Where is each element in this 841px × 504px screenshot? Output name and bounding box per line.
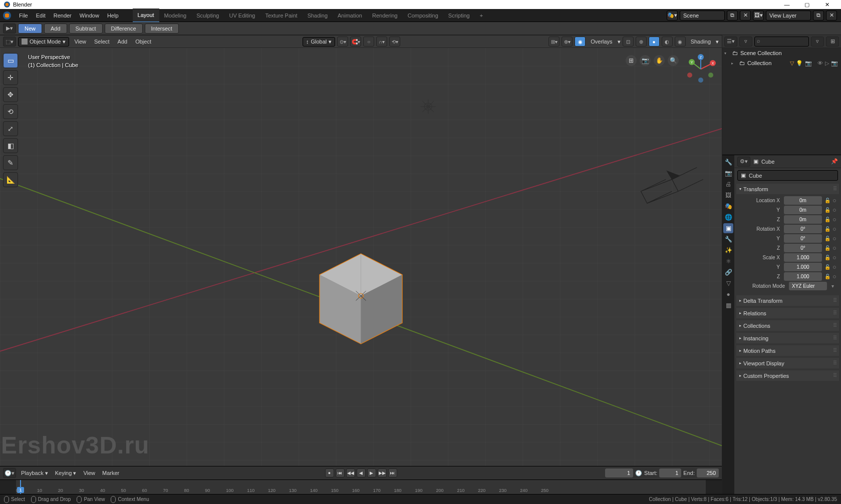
navigation-gizmo[interactable]: X Y Z	[686, 54, 716, 84]
lock-icon[interactable]: 🔓	[824, 197, 831, 204]
lock-icon[interactable]: 🔓	[824, 264, 831, 271]
lock-icon[interactable]: 🔓	[824, 226, 831, 233]
viewport-menu-add[interactable]: Add	[115, 39, 131, 45]
minimize-button[interactable]: —	[777, 2, 797, 8]
scale-z-input[interactable]	[784, 272, 822, 281]
location-x-input[interactable]	[784, 196, 822, 205]
viewport-menu-object[interactable]: Object	[132, 39, 154, 45]
menu-window[interactable]: Window	[76, 9, 103, 22]
render-toggle-icon[interactable]: 📷	[831, 60, 838, 67]
timeline-playback-menu[interactable]: Playback ▾	[19, 470, 50, 476]
toggle-camera-icon[interactable]: 📷	[640, 55, 651, 66]
viewport-menu-view[interactable]: View	[71, 39, 89, 45]
end-frame-input[interactable]	[697, 468, 719, 477]
keyframe-dot[interactable]	[833, 237, 836, 240]
scene-name-input[interactable]	[680, 11, 725, 21]
tab-texture[interactable]: ▦	[723, 300, 733, 310]
tool-scale[interactable]: ⤢	[3, 121, 18, 136]
panel-custom-properties[interactable]: ▸Custom Properties⠿	[736, 370, 839, 381]
gizmo-toggle-icon[interactable]: ⊕▾	[562, 37, 573, 47]
tool-measure[interactable]: 📐	[3, 172, 18, 187]
rotation-mode-select[interactable]	[789, 282, 827, 290]
object-types-visibility-icon[interactable]: ⊞▾	[548, 37, 559, 47]
zoom-view-icon[interactable]: 🔍	[668, 55, 679, 66]
scale-x-input[interactable]	[784, 253, 822, 262]
outliner-scene-collection[interactable]: ▾🗀 Scene Collection	[722, 48, 841, 58]
keyframe-dot[interactable]	[833, 266, 836, 269]
viewport-3d[interactable]: User Perspective (1) Collection | Cube ▭…	[0, 48, 722, 466]
location-z-input[interactable]	[784, 215, 822, 224]
lock-icon[interactable]: 🔓	[824, 254, 831, 261]
keyframe-dot[interactable]	[833, 199, 836, 202]
tab-data[interactable]: ▽	[723, 278, 733, 288]
tab-scene[interactable]: 🎭	[723, 201, 733, 211]
tool-move[interactable]: ✥	[3, 87, 18, 102]
play-reverse-icon[interactable]: ◀	[357, 468, 366, 477]
tool-annotate[interactable]: ✎	[3, 155, 18, 170]
pivot-point-icon[interactable]: ⊙▾	[337, 37, 348, 47]
tool-transform[interactable]: ◧	[3, 138, 18, 153]
outliner-new-collection-icon[interactable]: ⊞	[826, 37, 839, 47]
camera-view-icon[interactable]: ⊞	[626, 55, 637, 66]
tab-viewlayer[interactable]: 🖼	[723, 190, 733, 200]
timeline-editor-type-icon[interactable]: 🕐▾	[3, 468, 16, 478]
outliner-collection[interactable]: ▸🗀 Collection ▽💡📷 👁▷📷	[722, 58, 841, 68]
snap-toggle-icon[interactable]: 🧲▾	[350, 37, 361, 47]
xray-toggle-icon[interactable]: ⊡	[623, 37, 634, 47]
properties-editor-type-icon[interactable]: ⚙▾	[737, 157, 750, 167]
shading-wireframe-icon[interactable]: ⊕	[636, 37, 647, 47]
tab-tool[interactable]: 🔧	[723, 157, 733, 167]
tab-texture-paint[interactable]: Texture Paint	[260, 9, 302, 22]
tab-sculpting[interactable]: Sculpting	[191, 9, 224, 22]
orientation-select[interactable]: ↕ Global ▾	[303, 37, 335, 47]
object-name-field[interactable]: ▣ Cube	[737, 170, 838, 181]
rotation-x-input[interactable]	[784, 225, 822, 233]
lock-icon[interactable]: 🔓	[824, 207, 831, 214]
autokey-icon[interactable]: ●	[325, 468, 334, 477]
keyframe-dot[interactable]	[833, 218, 836, 221]
timeline-view-menu[interactable]: View	[81, 470, 97, 476]
shading-solid-icon[interactable]: ●	[649, 37, 660, 47]
jump-next-key-icon[interactable]: ▶▶	[378, 468, 387, 477]
proportional-falloff-icon[interactable]: ∩▾	[376, 37, 387, 47]
tab-uv-editing[interactable]: UV Editing	[224, 9, 260, 22]
panel-motion-paths[interactable]: ▸Motion Paths⠿	[736, 345, 839, 356]
tab-shading[interactable]: Shading	[303, 9, 333, 22]
keyframe-dot[interactable]	[833, 209, 836, 212]
tab-render[interactable]: 📷	[723, 168, 733, 178]
rotation-z-input[interactable]	[784, 244, 822, 252]
tab-output[interactable]: 🖨	[723, 179, 733, 189]
snap-element-icon[interactable]: ⟲▾	[389, 37, 400, 47]
tab-animation[interactable]: Animation	[333, 9, 367, 22]
timeline-track[interactable]: 1 01020304050607080901001101201301401501…	[0, 479, 722, 494]
pan-view-icon[interactable]: ✋	[654, 55, 665, 66]
overlays-toggle-icon[interactable]: ◉	[575, 37, 586, 47]
keyframe-dot[interactable]	[833, 247, 836, 250]
scene-browse-icon[interactable]: 🎭▾	[667, 11, 678, 21]
bool-intersect-button[interactable]: Intersect	[145, 24, 179, 34]
proportional-edit-icon[interactable]: ○	[363, 37, 374, 47]
keyframe-dot[interactable]	[833, 228, 836, 231]
viewlayer-name-input[interactable]	[766, 11, 811, 21]
shading-lookdev-icon[interactable]: ◐	[662, 37, 673, 47]
location-y-input[interactable]	[784, 206, 822, 214]
tab-particles[interactable]: ✨	[723, 245, 733, 255]
bool-add-button[interactable]: Add	[44, 24, 67, 34]
tool-cursor[interactable]: ✛	[3, 70, 18, 85]
keyframe-dot[interactable]	[833, 275, 836, 278]
shading-dropdown[interactable]: Shading	[688, 39, 714, 45]
panel-instancing[interactable]: ▸Instancing⠿	[736, 333, 839, 343]
shading-rendered-icon[interactable]: ◉	[675, 37, 686, 47]
maximize-button[interactable]: ▢	[797, 2, 817, 8]
bool-new-button[interactable]: New	[18, 24, 42, 34]
panel-viewport-display[interactable]: ▸Viewport Display⠿	[736, 358, 839, 368]
menu-help[interactable]: Help	[103, 9, 123, 22]
bool-difference-button[interactable]: Difference	[105, 24, 143, 34]
tab-material[interactable]: ●	[723, 289, 733, 299]
current-frame-input[interactable]	[605, 468, 633, 477]
close-button[interactable]: ✕	[817, 2, 837, 8]
pin-icon[interactable]: 📌	[831, 158, 838, 165]
play-icon[interactable]: ▶	[367, 468, 376, 477]
tab-rendering[interactable]: Rendering	[367, 9, 403, 22]
viewlayer-new-icon[interactable]: ⧉	[813, 11, 824, 21]
